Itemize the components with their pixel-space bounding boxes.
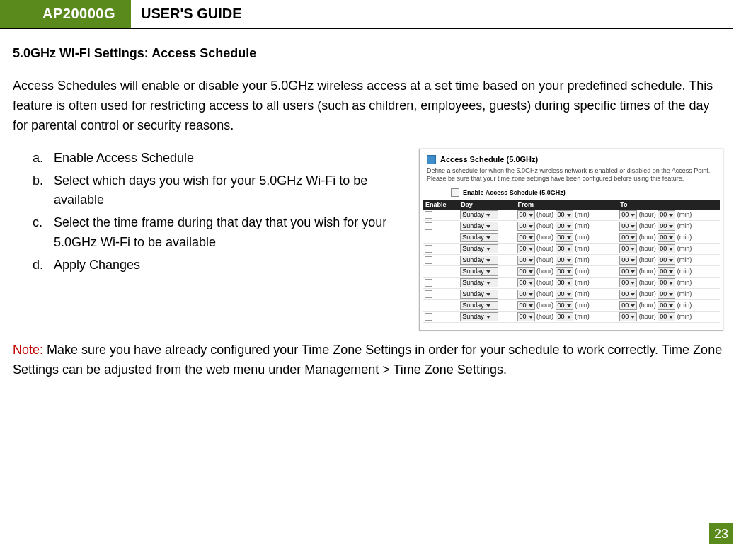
from-hour-select[interactable]: 00	[517, 290, 535, 299]
chevron-down-icon	[529, 270, 533, 273]
from-min-select[interactable]: 00	[556, 301, 573, 310]
day-select[interactable]: Sunday	[460, 301, 498, 310]
to-hour-select[interactable]: 00	[619, 256, 637, 265]
from-hour-select[interactable]: 00	[517, 244, 535, 253]
from-min-select[interactable]: 00	[556, 278, 573, 287]
row-enable-checkbox[interactable]	[425, 313, 432, 321]
from-hour-select[interactable]: 00	[517, 233, 535, 242]
row-enable-checkbox[interactable]	[425, 279, 432, 287]
chevron-down-icon	[486, 236, 490, 239]
table-row: Sunday00 (hour) 00 (min)00 (hour) 00 (mi…	[423, 289, 720, 300]
row-enable-checkbox[interactable]	[425, 245, 432, 253]
intro-paragraph: Access Schedules will enable or disable …	[13, 76, 723, 136]
day-select[interactable]: Sunday	[460, 290, 498, 299]
chevron-down-icon	[529, 259, 533, 262]
chevron-down-icon	[631, 225, 635, 228]
hour-unit: (hour)	[639, 268, 656, 275]
min-unit: (min)	[677, 302, 692, 309]
to-min-select[interactable]: 00	[658, 278, 675, 287]
to-min-select[interactable]: 00	[658, 233, 675, 242]
to-hour-select[interactable]: 00	[619, 233, 637, 242]
min-unit: (min)	[677, 279, 692, 286]
step-item: d.Apply Changes	[33, 256, 402, 275]
from-min-select[interactable]: 00	[556, 210, 573, 219]
row-enable-checkbox[interactable]	[425, 234, 432, 241]
chevron-down-icon	[567, 293, 571, 296]
from-hour-select[interactable]: 00	[517, 210, 535, 219]
min-unit: (min)	[575, 222, 590, 229]
min-unit: (min)	[677, 234, 692, 241]
day-select[interactable]: Sunday	[460, 267, 498, 276]
to-min-select[interactable]: 00	[658, 312, 675, 321]
from-min-select[interactable]: 00	[556, 244, 573, 253]
to-hour-select[interactable]: 00	[619, 290, 637, 299]
min-unit: (min)	[575, 279, 590, 286]
from-min-select[interactable]: 00	[556, 312, 573, 321]
to-min-select[interactable]: 00	[658, 301, 675, 310]
hour-unit: (hour)	[536, 222, 553, 229]
day-select[interactable]: Sunday	[460, 256, 498, 265]
from-hour-select[interactable]: 00	[517, 278, 535, 287]
chevron-down-icon	[567, 248, 571, 251]
from-hour-select[interactable]: 00	[517, 256, 535, 265]
hour-unit: (hour)	[639, 211, 656, 218]
hour-unit: (hour)	[536, 211, 553, 218]
row-enable-checkbox[interactable]	[425, 302, 432, 309]
day-select[interactable]: Sunday	[460, 222, 498, 231]
to-hour-select[interactable]: 00	[619, 301, 637, 310]
from-min-select[interactable]: 00	[556, 256, 573, 265]
from-min-select[interactable]: 00	[556, 290, 573, 299]
row-enable-checkbox[interactable]	[425, 222, 432, 230]
from-hour-select[interactable]: 00	[517, 267, 535, 276]
to-min-select[interactable]: 00	[658, 222, 675, 231]
day-select[interactable]: Sunday	[460, 233, 498, 242]
day-select[interactable]: Sunday	[460, 312, 498, 321]
from-hour-select[interactable]: 00	[517, 301, 535, 310]
from-hour-select[interactable]: 00	[517, 222, 535, 231]
to-min-select[interactable]: 00	[658, 244, 675, 253]
day-select[interactable]: Sunday	[460, 278, 498, 287]
row-enable-checkbox[interactable]	[425, 211, 432, 219]
from-min-select[interactable]: 00	[556, 222, 573, 231]
screenshot-title: Access Schedule (5.0GHz)	[440, 155, 538, 164]
note-paragraph: Note: Make sure you have already configu…	[13, 341, 723, 380]
chevron-down-icon	[631, 236, 635, 239]
from-min-select[interactable]: 00	[556, 233, 573, 242]
chevron-down-icon	[669, 270, 673, 273]
chevron-down-icon	[529, 248, 533, 251]
day-select[interactable]: Sunday	[460, 210, 498, 219]
table-row: Sunday00 (hour) 00 (min)00 (hour) 00 (mi…	[423, 232, 720, 244]
chevron-down-icon	[529, 225, 533, 228]
to-hour-select[interactable]: 00	[619, 312, 637, 321]
step-marker: d.	[33, 256, 54, 275]
from-min-select[interactable]: 00	[556, 267, 573, 276]
enable-checkbox[interactable]	[451, 188, 459, 197]
chevron-down-icon	[631, 293, 635, 296]
to-hour-select[interactable]: 00	[619, 278, 637, 287]
chevron-down-icon	[669, 304, 673, 307]
row-enable-checkbox[interactable]	[425, 268, 432, 275]
hour-unit: (hour)	[536, 234, 553, 241]
row-enable-checkbox[interactable]	[425, 256, 432, 264]
col-from: From	[515, 200, 618, 210]
day-select[interactable]: Sunday	[460, 244, 498, 253]
to-min-select[interactable]: 00	[658, 256, 675, 265]
hour-unit: (hour)	[639, 313, 656, 320]
chevron-down-icon	[669, 214, 673, 217]
min-unit: (min)	[677, 290, 692, 297]
from-hour-select[interactable]: 00	[517, 312, 535, 321]
step-text: Select which days you wish for your 5.0G…	[54, 171, 402, 211]
to-hour-select[interactable]: 00	[619, 222, 637, 231]
to-min-select[interactable]: 00	[658, 210, 675, 219]
row-enable-checkbox[interactable]	[425, 290, 432, 298]
hour-unit: (hour)	[536, 256, 553, 263]
to-min-select[interactable]: 00	[658, 290, 675, 299]
to-hour-select[interactable]: 00	[619, 210, 637, 219]
to-hour-select[interactable]: 00	[619, 244, 637, 253]
to-min-select[interactable]: 00	[658, 267, 675, 276]
chevron-down-icon	[631, 304, 635, 307]
hour-unit: (hour)	[639, 256, 656, 263]
chevron-down-icon	[486, 304, 490, 307]
step-text: Select the time frame during that day th…	[54, 213, 402, 253]
to-hour-select[interactable]: 00	[619, 267, 637, 276]
